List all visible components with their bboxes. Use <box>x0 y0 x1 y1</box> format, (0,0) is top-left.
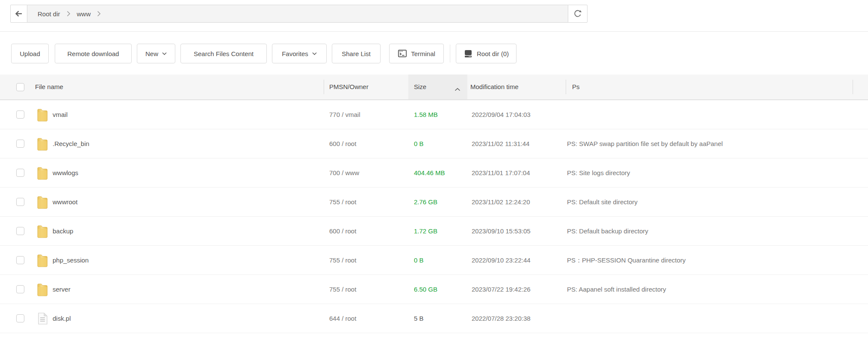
ps-value: PS: Default site directory <box>567 188 638 216</box>
table-row: server 755 / root 6.50 GB 2023/07/22 19:… <box>0 275 868 304</box>
size-value[interactable]: 0 B <box>414 129 424 158</box>
root-dir-label: Root dir (0) <box>477 50 509 57</box>
table-row: wwwroot 755 / root 2.76 GB 2023/11/02 12… <box>0 188 868 217</box>
breadcrumb: Root dir www <box>27 5 568 23</box>
folder-icon <box>37 253 48 268</box>
row-checkbox[interactable] <box>16 314 24 322</box>
row-checkbox[interactable] <box>16 110 24 119</box>
chevron-down-icon <box>162 52 167 55</box>
folder-icon <box>37 195 48 209</box>
table-row: wwwlogs 700 / www 404.46 MB 2023/11/01 1… <box>0 158 868 188</box>
file-name-link[interactable]: .Recycle_bin <box>53 129 89 158</box>
size-value[interactable]: 2.76 GB <box>414 188 437 216</box>
row-checkbox[interactable] <box>16 285 24 293</box>
share-list-button[interactable]: Share List <box>332 44 381 63</box>
search-files-content-button[interactable]: Search Files Content <box>180 44 267 63</box>
remote-download-button[interactable]: Remote download <box>55 44 132 63</box>
share-list-label: Share List <box>342 50 371 57</box>
file-manager-screen: Root dir www Upload Remote download New <box>0 0 868 340</box>
sort-ascending-icon <box>455 85 461 92</box>
row-checkbox[interactable] <box>16 198 24 206</box>
modification-time-value: 2023/11/02 12:24:20 <box>472 188 530 216</box>
terminal-icon <box>398 49 407 58</box>
modification-time-value: 2022/09/04 17:04:03 <box>472 100 531 129</box>
section-divider <box>0 31 868 32</box>
search-files-content-label: Search Files Content <box>194 50 254 57</box>
column-divider <box>324 80 324 94</box>
row-checkbox[interactable] <box>16 256 24 264</box>
back-button[interactable] <box>10 5 27 23</box>
select-all-checkbox[interactable] <box>16 83 24 91</box>
column-divider <box>853 80 853 94</box>
modification-time-value: 2023/11/01 17:07:04 <box>472 158 530 187</box>
size-value[interactable]: 6.50 GB <box>414 275 437 304</box>
pmsn-owner-value: 644 / root <box>329 304 356 333</box>
chevron-right-icon <box>97 11 101 17</box>
refresh-button[interactable] <box>568 5 588 23</box>
pmsn-owner-value: 755 / root <box>329 275 356 304</box>
root-dir-button[interactable]: Root dir (0) <box>456 44 517 63</box>
file-name-link[interactable]: backup <box>53 217 73 245</box>
upload-label: Upload <box>20 50 40 57</box>
row-checkbox[interactable] <box>16 227 24 235</box>
table-row: .Recycle_bin 600 / root 0 B 2023/11/02 1… <box>0 129 868 158</box>
file-table-header: File name PMSN/Owner Size Modification t… <box>0 75 868 100</box>
file-name-link[interactable]: vmail <box>53 100 68 129</box>
folder-icon <box>37 224 48 239</box>
toolbar-divider <box>450 45 450 63</box>
size-value[interactable]: 0 B <box>414 246 424 274</box>
modification-time-value: 2023/07/22 19:42:26 <box>472 275 531 304</box>
favorites-dropdown-button[interactable]: Favorites <box>272 44 327 63</box>
pmsn-owner-value: 600 / root <box>329 217 356 245</box>
table-row: php_session 755 / root 0 B 2022/09/10 23… <box>0 246 868 275</box>
breadcrumb-item-root-dir[interactable]: Root dir <box>38 10 60 18</box>
column-modification-time: Modification time <box>470 75 519 99</box>
size-value[interactable]: 1.58 MB <box>414 100 438 129</box>
size-value[interactable]: 1.72 GB <box>414 217 437 245</box>
column-ps: Ps <box>572 75 580 99</box>
file-name-link[interactable]: server <box>53 275 71 304</box>
refresh-icon <box>573 9 582 18</box>
file-name-link[interactable]: php_session <box>53 246 89 274</box>
pmsn-owner-value: 700 / www <box>329 158 359 187</box>
new-label: New <box>145 50 158 57</box>
ps-value: PS: Default backup directory <box>567 217 648 245</box>
favorites-label: Favorites <box>282 50 308 57</box>
pmsn-owner-value: 600 / root <box>329 129 356 158</box>
ps-value: PS: SWAP swap partition file set by defa… <box>567 129 723 158</box>
modification-time-value: 2023/09/10 15:53:05 <box>472 217 531 245</box>
remote-download-label: Remote download <box>68 50 119 57</box>
row-checkbox[interactable] <box>16 169 24 177</box>
file-icon <box>38 312 48 325</box>
file-table-body: vmail 770 / vmail 1.58 MB 2022/09/04 17:… <box>0 100 868 333</box>
column-pmsn-owner: PMSN/Owner <box>329 75 369 99</box>
table-row: backup 600 / root 1.72 GB 2023/09/10 15:… <box>0 217 868 246</box>
breadcrumb-item-www[interactable]: www <box>77 10 91 18</box>
ps-value: PS: Site logs directory <box>567 158 630 187</box>
back-arrow-icon <box>14 9 24 18</box>
ps-value: PS: Aapanel soft installed directory <box>567 275 666 304</box>
size-value[interactable]: 404.46 MB <box>414 158 445 187</box>
file-name-link[interactable]: disk.pl <box>53 304 71 333</box>
column-size-label: Size <box>414 75 426 99</box>
file-name-link[interactable]: wwwlogs <box>53 158 78 187</box>
modification-time-value: 2023/11/02 11:31:44 <box>472 129 529 158</box>
row-checkbox[interactable] <box>16 140 24 148</box>
pmsn-owner-value: 755 / root <box>329 188 356 216</box>
upload-button[interactable]: Upload <box>11 44 49 63</box>
folder-icon <box>37 282 48 297</box>
pmsn-owner-value: 770 / vmail <box>329 100 360 129</box>
terminal-button[interactable]: Terminal <box>389 44 444 63</box>
column-size-sort[interactable]: Size <box>408 75 467 99</box>
modification-time-value: 2022/07/28 23:20:38 <box>472 304 531 333</box>
modification-time-value: 2022/09/10 23:22:44 <box>472 246 531 274</box>
ps-value: PS：PHP-SESSION Quarantine directory <box>567 246 686 274</box>
new-dropdown-button[interactable]: New <box>137 44 175 63</box>
file-name-link[interactable]: wwwroot <box>53 188 77 216</box>
table-row: disk.pl 644 / root 5 B 2022/07/28 23:20:… <box>0 304 868 333</box>
folder-icon <box>37 107 48 122</box>
folder-icon <box>37 137 48 151</box>
chevron-down-icon <box>312 52 317 55</box>
chevron-right-icon <box>67 11 71 17</box>
column-file-name: File name <box>35 75 63 99</box>
